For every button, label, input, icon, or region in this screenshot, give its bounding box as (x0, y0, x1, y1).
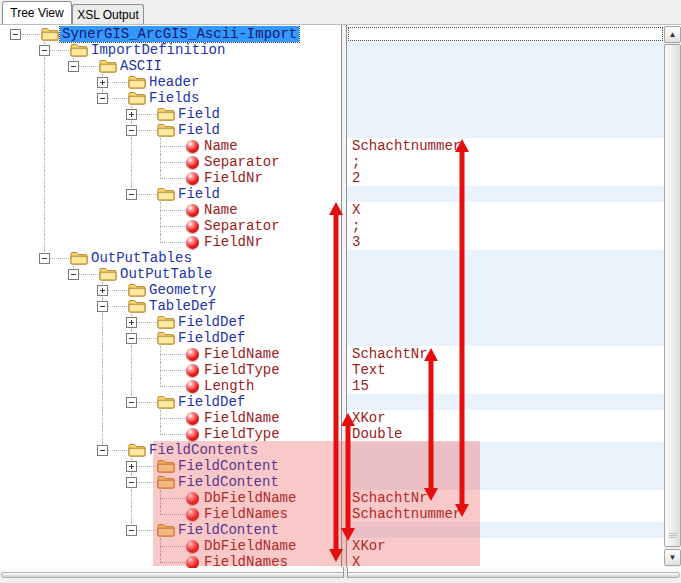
value-cell[interactable] (347, 42, 664, 58)
tree-node-label[interactable]: TableDef (149, 298, 216, 314)
value-cell[interactable] (347, 106, 664, 122)
value-cell[interactable]: SchachtNr (347, 346, 664, 362)
tree-node-label[interactable]: Name (204, 138, 238, 154)
tree-node-label[interactable]: ImportDefinition (91, 42, 225, 58)
tree-node-label[interactable]: FieldType (204, 362, 280, 378)
expand-plus-icon[interactable] (126, 317, 137, 328)
collapse-minus-icon[interactable] (97, 301, 108, 312)
tree-node-label[interactable]: DbFieldName (204, 490, 296, 506)
value-cell[interactable] (347, 442, 664, 458)
tree-node-label[interactable]: Geometry (149, 282, 216, 298)
tree-node-label[interactable]: FieldContent (178, 474, 279, 490)
value-cell[interactable] (347, 58, 664, 74)
collapse-minus-icon[interactable] (97, 93, 108, 104)
tree-node-label[interactable]: DbFieldName (204, 538, 296, 554)
tree-node-label[interactable]: ASCII (120, 58, 162, 74)
tree-row: Geometry (2, 282, 341, 298)
tree-node-label[interactable]: FieldDef (178, 314, 245, 330)
collapse-minus-icon[interactable] (126, 525, 137, 536)
value-cell[interactable] (347, 394, 664, 410)
tree-node-label[interactable]: Fields (149, 90, 199, 106)
value-cell[interactable] (347, 282, 664, 298)
tree-node-label[interactable]: FieldName (204, 346, 280, 362)
value-cell[interactable] (347, 186, 664, 202)
scroll-down-button[interactable]: ▼ (664, 549, 681, 566)
collapse-minus-icon[interactable] (39, 253, 50, 264)
expand-plus-icon[interactable] (126, 109, 137, 120)
tree-node-label[interactable]: FieldNr (204, 170, 263, 186)
expand-plus-icon[interactable] (97, 77, 108, 88)
tree-node-label[interactable]: Field (178, 186, 220, 202)
tree-node-label[interactable]: Header (149, 74, 199, 90)
tree-node-label[interactable]: FieldNames (204, 554, 288, 568)
value-cell[interactable]: 2 (347, 170, 664, 186)
value-cell[interactable] (347, 474, 664, 490)
collapse-minus-icon[interactable] (126, 189, 137, 200)
value-cell[interactable] (347, 266, 664, 282)
value-cell[interactable] (347, 522, 664, 538)
value-cell[interactable]: 3 (347, 234, 664, 250)
tree-node-label[interactable]: Field (178, 122, 220, 138)
collapse-minus-icon[interactable] (126, 477, 137, 488)
value-cell[interactable] (347, 250, 664, 266)
tab-tree-view[interactable]: Tree View (2, 1, 72, 24)
horizontal-splitter-bar[interactable] (1, 572, 680, 578)
value-cell[interactable] (347, 74, 664, 90)
collapse-minus-icon[interactable] (126, 397, 137, 408)
tree-node-label[interactable]: FieldNr (204, 234, 263, 250)
value-cell[interactable] (347, 298, 664, 314)
value-cell[interactable]: Schachtnummer (347, 138, 664, 154)
value-cell[interactable] (347, 122, 664, 138)
collapse-minus-icon[interactable] (126, 333, 137, 344)
value-cell[interactable]: Text (347, 362, 664, 378)
tree-node-label[interactable]: Separator (204, 218, 280, 234)
vertical-scrollbar[interactable]: ▲ ▼ (664, 26, 681, 568)
collapse-minus-icon[interactable] (68, 269, 79, 280)
expand-plus-icon[interactable] (97, 285, 108, 296)
collapse-minus-icon[interactable] (10, 29, 21, 40)
value-cell[interactable]: XKor (347, 410, 664, 426)
tree-node-label[interactable]: OutPutTables (91, 250, 192, 266)
value-cell[interactable] (347, 314, 664, 330)
tab-xsl-output-label: XSL Output (77, 8, 139, 22)
tree-node-label[interactable]: Field (178, 106, 220, 122)
tree-node-label[interactable]: FieldContents (149, 442, 258, 458)
tree-node-label[interactable]: FieldType (204, 426, 280, 442)
value-cell[interactable]: Schachtnummer (347, 506, 664, 522)
collapse-minus-icon[interactable] (97, 445, 108, 456)
tree-guide-line (160, 378, 161, 386)
tree-node-label[interactable]: SynerGIS_ArcGIS_Ascii-Import (60, 26, 299, 42)
attribute-icon (186, 204, 199, 217)
tree-node-label[interactable]: Separator (204, 154, 280, 170)
collapse-minus-icon[interactable] (39, 45, 50, 56)
value-cell[interactable]: ; (347, 218, 664, 234)
tab-xsl-output[interactable]: XSL Output (72, 4, 144, 24)
value-cell[interactable]: Double (347, 426, 664, 442)
tree-node-label[interactable]: OutPutTable (120, 266, 212, 282)
value-cell[interactable]: X (347, 554, 664, 568)
tree-node-label[interactable]: FieldContent (178, 522, 279, 538)
value-cell[interactable]: X (347, 202, 664, 218)
tree-node-label[interactable]: FieldContent (178, 458, 279, 474)
collapse-minus-icon[interactable] (126, 125, 137, 136)
attribute-icon (186, 172, 199, 185)
value-cell[interactable] (347, 458, 664, 474)
value-cell[interactable] (347, 90, 664, 106)
scroll-up-button[interactable]: ▲ (664, 26, 681, 43)
value-cell[interactable] (347, 26, 664, 42)
tree-node-label[interactable]: FieldDef (178, 330, 245, 346)
value-cell[interactable]: 15 (347, 378, 664, 394)
tree-node-label[interactable]: FieldNames (204, 506, 288, 522)
value-cell[interactable]: SchachtNr (347, 490, 664, 506)
tree-node-label[interactable]: Length (204, 378, 254, 394)
expand-plus-icon[interactable] (126, 461, 137, 472)
value-cell[interactable] (347, 330, 664, 346)
value-cell[interactable]: ; (347, 154, 664, 170)
tree-guide-line (160, 418, 161, 426)
value-cell[interactable]: XKor (347, 538, 664, 554)
tree-node-label[interactable]: FieldDef (178, 394, 245, 410)
tree-node-label[interactable]: Name (204, 202, 238, 218)
scrollbar-thumb[interactable] (664, 44, 681, 547)
collapse-minus-icon[interactable] (68, 61, 79, 72)
tree-node-label[interactable]: FieldName (204, 410, 280, 426)
